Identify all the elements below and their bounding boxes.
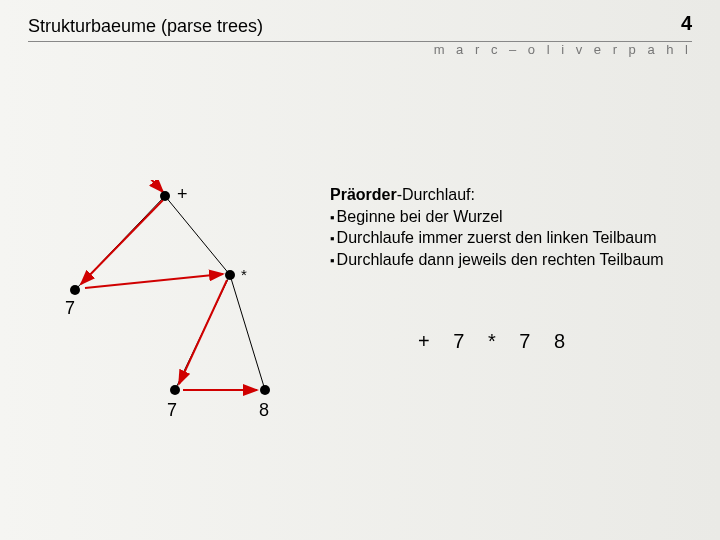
node-root-label: + (177, 184, 188, 205)
node-left-label: 7 (65, 298, 75, 319)
svg-line-5 (135, 180, 163, 192)
result-token-1: + (418, 330, 432, 352)
bullet-3: Durchlaufe dann jeweils den rechten Teil… (330, 249, 700, 271)
node-right-left-label: 7 (167, 400, 177, 421)
explanation-block: Präorder-Durchlauf: Beginne bei der Wurz… (330, 184, 700, 270)
result-token-3: * (488, 330, 498, 352)
heading-rest: -Durchlauf: (397, 186, 475, 203)
svg-line-7 (85, 274, 223, 288)
page-number: 4 (681, 12, 692, 35)
svg-line-6 (81, 200, 163, 284)
node-right-label: * (241, 266, 247, 283)
author-name: m a r c – o l i v e r p a h l (434, 42, 692, 57)
svg-line-2 (165, 196, 230, 275)
explanation-heading: Präorder-Durchlauf: (330, 184, 700, 206)
svg-point-11 (70, 285, 80, 295)
svg-point-12 (225, 270, 235, 280)
result-token-5: 8 (554, 330, 567, 352)
svg-point-10 (160, 191, 170, 201)
result-token-4: 7 (519, 330, 532, 352)
heading-bold: Präorder (330, 186, 397, 203)
node-right-right-label: 8 (259, 400, 269, 421)
svg-point-14 (260, 385, 270, 395)
bullet-1: Beginne bei der Wurzel (330, 206, 700, 228)
header: Strukturbaeume (parse trees) 4 (28, 16, 692, 42)
page-title: Strukturbaeume (parse trees) (28, 16, 263, 36)
result-token-2: 7 (453, 330, 466, 352)
svg-line-4 (230, 275, 265, 390)
bullet-2: Durchlaufe immer zuerst den linken Teilb… (330, 227, 700, 249)
parse-tree-diagram: + 7 * 7 8 (55, 180, 295, 440)
traversal-result: + 7 * 7 8 (418, 330, 581, 353)
svg-line-8 (179, 280, 227, 384)
svg-point-13 (170, 385, 180, 395)
